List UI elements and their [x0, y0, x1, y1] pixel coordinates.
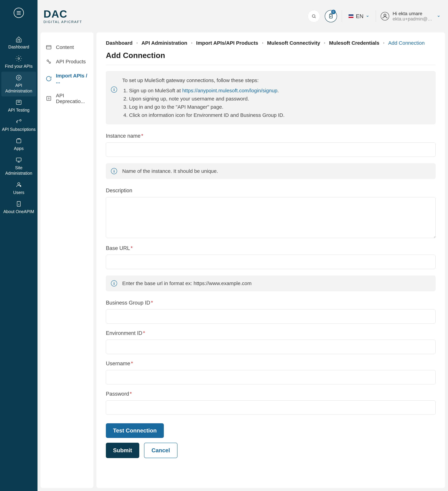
flag-icon — [348, 14, 354, 18]
search-icon — [311, 14, 316, 19]
subnav-api-products-label: API Products — [56, 59, 86, 65]
nav-find-apis-label: Find your APIs — [5, 64, 33, 69]
test-connection-button[interactable]: Test Connection — [106, 423, 164, 438]
nav-dashboard[interactable]: Dashboard — [0, 33, 37, 53]
business-group-label: Business Group ID* — [106, 300, 436, 306]
nav-api-subs[interactable]: API Subscriptions — [0, 116, 37, 135]
users-icon — [16, 181, 22, 188]
instance-name-hint: Name of the instance. It should be uniqu… — [106, 163, 436, 179]
api-deprecation-icon — [46, 95, 52, 102]
password-input[interactable] — [106, 400, 436, 415]
instructions-step-1: Sign up on MuleSoft at https://anypoint.… — [129, 86, 430, 95]
nav-about-label: About OneAPIM — [3, 209, 34, 215]
nav-find-apis[interactable]: Find your APIs — [0, 53, 37, 72]
about-icon — [16, 201, 22, 207]
subnav-api-products[interactable]: API Products — [41, 54, 93, 69]
breadcrumb-item[interactable]: Mulesoft Connectivity — [267, 40, 320, 46]
nav-users[interactable]: Users — [0, 179, 37, 198]
api-testing-icon — [16, 99, 22, 106]
apps-icon — [16, 138, 22, 144]
language-label: EN — [356, 13, 364, 19]
username-label: Username* — [106, 360, 436, 367]
main-sidebar: Dashboard Find your APIs API Administrat… — [0, 0, 37, 491]
cancel-button[interactable]: Cancel — [144, 443, 177, 458]
info-icon — [111, 280, 117, 286]
nav-users-label: Users — [13, 190, 24, 195]
chevron-right-icon — [323, 42, 326, 44]
language-selector[interactable]: EN — [347, 13, 371, 19]
svg-rect-25 — [47, 96, 51, 101]
subnav-import-apis[interactable]: Import APIs / ... — [41, 69, 93, 89]
environment-id-label: Environment ID* — [106, 330, 436, 336]
notification-badge: 0 — [331, 10, 336, 14]
site-admin-icon — [16, 157, 22, 163]
sub-sidebar: Content API Products Import APIs / ... A… — [41, 32, 93, 488]
subnav-content[interactable]: Content — [41, 40, 93, 54]
content-icon — [46, 44, 52, 50]
instructions-step-3: Log in and go to the "API Manager" page. — [129, 103, 430, 111]
brand-logo[interactable]: DAC DIGITAL APICRAFT — [44, 9, 82, 24]
password-label: Password* — [106, 391, 436, 397]
nav-api-testing-label: API Testing — [8, 107, 29, 113]
chevron-right-icon — [382, 42, 385, 44]
nav-site-admin[interactable]: Site Administration — [0, 154, 37, 179]
description-input[interactable] — [106, 197, 436, 238]
nav-dashboard-label: Dashboard — [8, 44, 29, 50]
username-input[interactable] — [106, 370, 436, 384]
subnav-import-apis-label: Import APIs / ... — [56, 73, 88, 85]
breadcrumb-item[interactable]: Mulesoft Credentials — [329, 40, 379, 46]
divider — [106, 65, 436, 65]
svg-rect-8 — [16, 158, 21, 161]
brand-tagline: DIGITAL APICRAFT — [44, 20, 82, 24]
subnav-content-label: Content — [56, 44, 74, 50]
user-menu[interactable]: Hi ekta umare ekta.u+padmin@d... — [381, 11, 440, 22]
hamburger-menu-button[interactable] — [14, 8, 24, 18]
nav-apps-label: Apps — [14, 146, 24, 151]
breadcrumb-item[interactable]: Import APIs/API Products — [196, 40, 258, 46]
nav-api-admin-label: API Administration — [3, 83, 35, 94]
svg-point-1 — [18, 77, 20, 78]
chevron-right-icon — [136, 42, 138, 44]
svg-rect-7 — [17, 139, 21, 143]
breadcrumb-item-current: Add Connection — [388, 40, 425, 46]
import-apis-icon — [46, 76, 52, 82]
nav-api-admin[interactable]: API Administration — [1, 72, 36, 96]
base-url-hint: Enter the base url in format ex: https:/… — [106, 275, 436, 291]
mulesoft-signup-link[interactable]: https://anypoint.mulesoft.com/login/sign… — [182, 88, 277, 93]
svg-point-16 — [312, 15, 315, 17]
find-apis-icon — [16, 55, 22, 62]
setup-instructions: To set up MuleSoft gateway connections, … — [106, 71, 436, 124]
breadcrumb-item[interactable]: Dashboard — [106, 40, 133, 46]
instance-name-input[interactable] — [106, 142, 436, 157]
search-button[interactable] — [308, 10, 320, 22]
info-icon — [111, 86, 117, 93]
svg-point-19 — [384, 14, 386, 16]
subnav-api-deprecation-label: API Deprecatio... — [56, 93, 88, 104]
api-admin-icon — [16, 74, 22, 81]
separator — [376, 10, 376, 22]
nav-about[interactable]: About OneAPIM — [0, 198, 37, 217]
main-content: Dashboard API Administration Import APIs… — [97, 32, 445, 488]
nav-api-subs-label: API Subscriptions — [2, 127, 36, 132]
notifications-button[interactable]: 0 — [325, 10, 337, 22]
base-url-input[interactable] — [106, 255, 436, 269]
breadcrumb-item[interactable]: API Administration — [141, 40, 187, 46]
topbar: DAC DIGITAL APICRAFT 0 EN — [37, 0, 448, 32]
user-email: ekta.u+padmin@d... — [393, 16, 433, 22]
brand-name: DAC — [44, 9, 82, 19]
business-group-input[interactable] — [106, 309, 436, 324]
base-url-hint-text: Enter the base url in format ex: https:/… — [122, 279, 430, 287]
svg-point-2 — [16, 75, 21, 80]
submit-button[interactable]: Submit — [106, 443, 139, 458]
environment-id-input[interactable] — [106, 340, 436, 354]
api-subs-icon — [16, 118, 22, 125]
instance-name-label: Instance name* — [106, 133, 436, 139]
svg-line-17 — [314, 17, 316, 18]
subnav-api-deprecation[interactable]: API Deprecatio... — [41, 89, 93, 108]
description-label: Description — [106, 188, 436, 194]
nav-api-testing[interactable]: API Testing — [0, 96, 37, 116]
instructions-step-2: Upon signing up, note your username and … — [129, 95, 430, 103]
nav-apps[interactable]: Apps — [0, 135, 37, 154]
hamburger-icon — [17, 11, 21, 15]
info-icon — [111, 168, 117, 174]
